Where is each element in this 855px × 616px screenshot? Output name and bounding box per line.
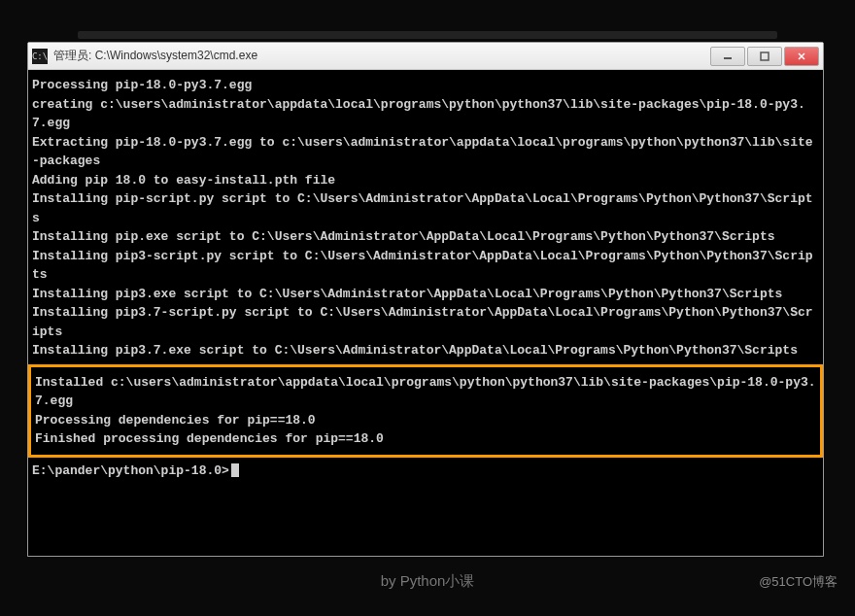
terminal-body[interactable]: Processing pip-18.0-py3.7.egg creating c… <box>28 70 823 556</box>
svg-rect-1 <box>761 52 769 60</box>
title-bar[interactable]: C:\ 管理员: C:\Windows\system32\cmd.exe <box>28 43 823 70</box>
terminal-output-line: Installing pip3-script.py script to C:\U… <box>32 247 819 285</box>
background-tab-shadow <box>78 31 777 39</box>
watermark-right: @51CTO博客 <box>759 573 838 591</box>
watermark-center: by Python小课 <box>381 572 475 591</box>
window-controls <box>710 47 819 66</box>
terminal-output-line: Installing pip.exe script to C:\Users\Ad… <box>32 227 819 247</box>
terminal-output-line: Finished processing dependencies for pip… <box>35 429 816 449</box>
terminal-output-line: Processing pip-18.0-py3.7.egg <box>32 76 819 95</box>
terminal-output-line: Installed c:\users\administrator\appdata… <box>35 373 816 411</box>
cursor-icon <box>231 463 239 477</box>
terminal-prompt[interactable]: E:\pander\python\pip-18.0> <box>32 462 819 481</box>
terminal-output-line: Extracting pip-18.0-py3.7.egg to c:\user… <box>32 133 819 171</box>
terminal-output-line: Installing pip3.7.exe script to C:\Users… <box>32 341 819 360</box>
window-title: 管理员: C:\Windows\system32\cmd.exe <box>53 48 710 64</box>
terminal-output-line: Installing pip3.7-script.py script to C:… <box>32 303 819 341</box>
cmd-window: C:\ 管理员: C:\Windows\system32\cmd.exe Pro… <box>27 42 824 557</box>
terminal-output-line: Installing pip-script.py script to C:\Us… <box>32 189 819 227</box>
close-button[interactable] <box>784 47 819 66</box>
terminal-output-line: Processing dependencies for pip==18.0 <box>35 411 816 430</box>
prompt-text: E:\pander\python\pip-18.0> <box>32 463 229 478</box>
minimize-button[interactable] <box>710 47 745 66</box>
maximize-button[interactable] <box>747 47 782 66</box>
terminal-output-line: Installing pip3.exe script to C:\Users\A… <box>32 285 819 304</box>
terminal-output-line: Adding pip 18.0 to easy-install.pth file <box>32 171 819 190</box>
highlighted-output: Installed c:\users\administrator\appdata… <box>28 364 823 458</box>
terminal-output-line: creating c:\users\administrator\appdata\… <box>32 95 819 133</box>
cmd-icon: C:\ <box>32 49 48 64</box>
